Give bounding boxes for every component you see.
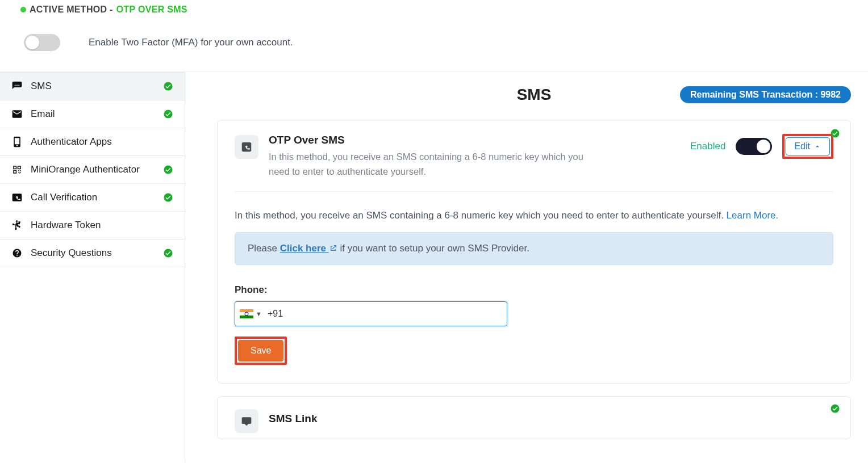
svg-point-7 [831, 405, 840, 413]
enable-mfa-description: Enable Two Factor (MFA) for your own acc… [89, 37, 293, 48]
qr-icon [11, 164, 23, 175]
status-dot-icon [20, 7, 26, 12]
external-link-icon [329, 244, 337, 253]
phone-square-icon [235, 135, 258, 159]
otp-over-sms-card: OTP Over SMS In this method, you receive… [217, 120, 851, 384]
call-icon [11, 192, 23, 203]
sidebar-item-label: SMS [31, 81, 52, 92]
sidebar-item-label: Hardware Token [31, 220, 101, 231]
method-body-description: In this method, you receive an SMS conta… [235, 208, 833, 223]
sidebar-item-label: Email [31, 108, 55, 120]
check-circle-icon [163, 81, 173, 91]
method-title: SMS Link [269, 413, 318, 425]
usb-icon [11, 220, 23, 231]
chevron-up-icon [813, 142, 821, 150]
active-method-value: OTP OVER SMS [116, 5, 187, 15]
phone-label: Phone: [235, 284, 833, 296]
method-sidebar: SMS Email [0, 72, 185, 462]
country-dropdown-caret[interactable]: ▼ [256, 310, 262, 317]
edit-button-label: Edit [794, 141, 810, 152]
remaining-sms-badge: Remaining SMS Transaction : 9982 [680, 86, 851, 103]
sidebar-item-authenticator-apps[interactable]: Authenticator Apps [0, 128, 185, 156]
check-circle-icon [163, 165, 173, 175]
edit-button-highlight: Edit [782, 134, 833, 159]
active-method-label: ACTIVE METHOD - [30, 5, 113, 15]
sms-link-card: SMS Link [217, 396, 851, 439]
svg-point-5 [831, 129, 840, 138]
active-method-status: ACTIVE METHOD - OTP OVER SMS [20, 5, 848, 15]
phone-icon [11, 136, 23, 148]
sidebar-item-label: MiniOrange Authenticator [31, 164, 140, 175]
check-circle-icon [830, 403, 840, 416]
sidebar-item-security-questions[interactable]: Security Questions [0, 239, 185, 267]
svg-point-1 [164, 110, 173, 119]
enabled-status: Enabled [690, 141, 725, 152]
check-circle-icon [163, 192, 173, 203]
sidebar-item-label: Security Questions [31, 247, 112, 259]
svg-point-0 [164, 82, 173, 91]
learn-more-link[interactable]: Learn More. [727, 210, 779, 221]
save-button[interactable]: Save [238, 340, 283, 361]
svg-point-4 [164, 249, 173, 258]
sidebar-item-call-verification[interactable]: Call Verification [0, 184, 185, 212]
email-icon [11, 108, 23, 120]
svg-point-3 [164, 194, 173, 202]
click-here-link[interactable]: Click here [280, 243, 337, 254]
sidebar-item-hardware-token[interactable]: Hardware Token [0, 212, 185, 239]
page-title: SMS [517, 86, 552, 104]
check-circle-icon [163, 109, 173, 119]
otp-enabled-toggle[interactable] [736, 138, 772, 155]
svg-point-2 [164, 166, 173, 174]
check-circle-icon [163, 248, 173, 258]
sidebar-item-miniorange-authenticator[interactable]: MiniOrange Authenticator [0, 156, 185, 184]
method-title: OTP Over SMS [269, 134, 598, 146]
edit-button[interactable]: Edit [786, 137, 830, 155]
method-subtitle: In this method, you receive an SMS conta… [269, 150, 598, 179]
sidebar-item-label: Call Verification [31, 192, 97, 203]
phone-input-wrapper[interactable]: ▼ [235, 301, 507, 326]
enable-mfa-toggle[interactable] [24, 34, 60, 51]
sidebar-item-email[interactable]: Email [0, 100, 185, 128]
sms-provider-alert: Please Click here if you want to setup y… [235, 232, 833, 265]
sidebar-item-sms[interactable]: SMS [0, 73, 185, 100]
sms-icon [11, 81, 23, 92]
flag-india-icon[interactable] [240, 309, 253, 318]
save-button-highlight: Save [235, 337, 287, 365]
phone-input[interactable] [262, 302, 502, 326]
sms-link-icon [235, 409, 258, 433]
check-circle-icon [830, 128, 840, 141]
question-icon [11, 247, 23, 259]
sidebar-item-label: Authenticator Apps [31, 136, 112, 148]
